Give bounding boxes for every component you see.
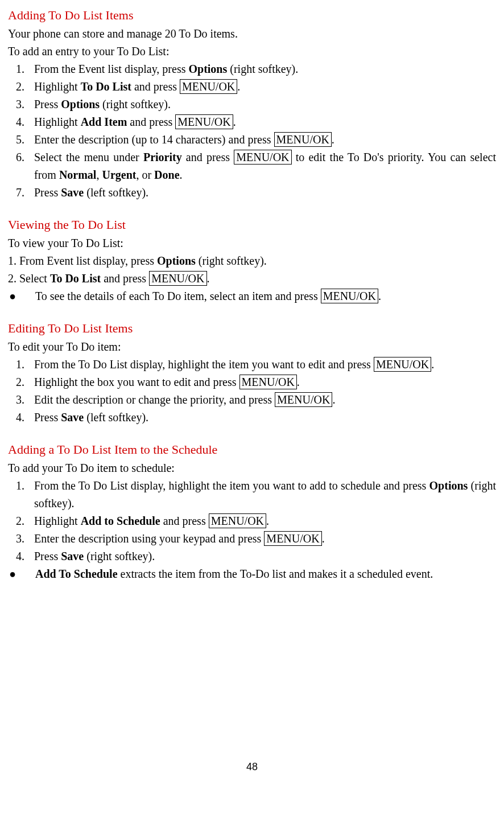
text: From the To Do List display, highlight t… (34, 358, 374, 371)
bullet-item: ● Add To Schedule extracts the item from… (8, 565, 496, 583)
text: Enter the description using your keypad … (34, 532, 264, 545)
bold-text: Save (61, 550, 84, 562)
text: . (297, 376, 300, 388)
step-item: Press Save (left softkey). (27, 184, 496, 202)
text: . (332, 393, 335, 406)
text: , (96, 168, 102, 181)
bold-text: Options (429, 479, 468, 492)
text: Press (34, 411, 61, 424)
step-item: 2. Select To Do List and press MENU/OK. (8, 270, 496, 287)
key-label: MENU/OK (275, 392, 332, 407)
text: Press (34, 186, 61, 199)
bold-text: Add Item (81, 116, 127, 128)
text: . (266, 515, 269, 527)
bullet-text: To see the details of each To Do item, s… (35, 287, 496, 305)
key-label: MENU/OK (321, 289, 378, 303)
step-item: 1. From Event list display, press Option… (8, 252, 496, 270)
bold-text: Done (154, 168, 179, 181)
section-heading-editing: Editing To Do List Items (8, 319, 496, 338)
text: . (378, 290, 381, 302)
step-item: Highlight To Do List and press MENU/OK. (27, 78, 496, 96)
steps-list: From the To Do List display, highlight t… (8, 477, 496, 565)
step-item: Highlight the box you want to edit and p… (27, 373, 496, 391)
text: and press (127, 116, 175, 128)
key-label: MENU/OK (209, 513, 266, 528)
step-item: Select the menu under Priority and press… (27, 149, 496, 184)
key-label: MENU/OK (274, 132, 332, 147)
step-item: From the To Do List display, highlight t… (27, 356, 496, 373)
bold-text: Options (157, 254, 196, 267)
text: From the To Do List display, highlight t… (34, 479, 429, 492)
step-item: Highlight Add Item and press MENU/OK. (27, 113, 496, 131)
intro-text: To view your To Do List: (8, 235, 496, 252)
key-label: MENU/OK (239, 375, 297, 389)
text: , or (136, 168, 154, 181)
key-label: MENU/OK (149, 271, 206, 286)
section-heading-adding: Adding To Do List Items (8, 6, 496, 25)
text: Edit the description or change the prior… (34, 393, 275, 406)
bold-text: Save (61, 186, 84, 199)
intro-text: To add your To Do item to schedule: (8, 459, 496, 477)
text: . (322, 532, 325, 545)
text: 1. From Event list display, press (8, 254, 157, 267)
bold-text: Add to Schedule (81, 515, 160, 527)
intro-text: Your phone can store and manage 20 To Do… (8, 25, 496, 43)
text: (left softkey). (84, 186, 148, 199)
text: . (237, 80, 240, 93)
text: (left softkey). (84, 411, 148, 424)
bold-text: To Do List (81, 80, 131, 93)
text: (right softkey). (84, 550, 155, 562)
text: . (332, 133, 334, 146)
steps-list: From the Event list display, press Optio… (8, 60, 496, 202)
step-item: Press Save (right softkey). (27, 548, 496, 565)
key-label: MENU/OK (175, 114, 233, 129)
text: . (180, 168, 183, 181)
step-item: Highlight Add to Schedule and press MENU… (27, 512, 496, 530)
steps-list: From the To Do List display, highlight t… (8, 356, 496, 426)
bold-text: To Do List (50, 272, 101, 285)
bold-text: Save (61, 411, 84, 424)
text: Select the menu under (34, 151, 143, 163)
intro-text: To edit your To Do item: (8, 338, 496, 356)
text: and press (160, 515, 209, 527)
step-item: Edit the description or change the prior… (27, 391, 496, 409)
bold-text: Add To Schedule (35, 568, 118, 580)
text: From the Event list display, press (34, 63, 188, 75)
step-item: Press Options (right softkey). (27, 96, 496, 113)
text: 2. Select (8, 272, 50, 285)
step-item: From the Event list display, press Optio… (27, 60, 496, 78)
text: Highlight (34, 80, 81, 93)
text: and press (182, 151, 234, 163)
text: Press (34, 98, 61, 110)
bold-text: Priority (143, 151, 182, 163)
step-item: Enter the description (up to 14 characte… (27, 131, 496, 149)
section-heading-schedule: Adding a To Do List Item to the Schedule (8, 440, 496, 459)
bold-text: Normal (59, 168, 97, 181)
bullet-icon: ● (8, 565, 35, 583)
text: . (233, 116, 236, 128)
text: Highlight the box you want to edit and p… (34, 376, 239, 388)
bold-text: Options (61, 98, 100, 110)
key-label: MENU/OK (180, 79, 237, 94)
text: Enter the description (up to 14 characte… (34, 133, 274, 146)
section-heading-viewing: Viewing the To Do List (8, 215, 496, 235)
page-number: 48 (8, 759, 496, 775)
text: (right softkey). (100, 98, 171, 110)
text: (right softkey). (196, 254, 267, 267)
text: Highlight (34, 515, 81, 527)
bold-text: Options (188, 63, 227, 75)
text: Highlight (34, 116, 81, 128)
text: and press (131, 80, 180, 93)
bullet-item: ● To see the details of each To Do item,… (8, 287, 496, 305)
intro-text: To add an entry to your To Do List: (8, 43, 496, 60)
text: and press (101, 272, 149, 285)
text: . (207, 272, 210, 285)
text: . (431, 358, 434, 371)
step-item: From the To Do List display, highlight t… (27, 477, 496, 512)
key-label: MENU/OK (264, 531, 321, 546)
text: To see the details of each To Do item, s… (35, 290, 321, 302)
text: Press (34, 550, 61, 562)
text: (right softkey). (227, 63, 298, 75)
text: extracts the item from the To-Do list an… (118, 568, 433, 580)
key-label: MENU/OK (374, 357, 431, 372)
